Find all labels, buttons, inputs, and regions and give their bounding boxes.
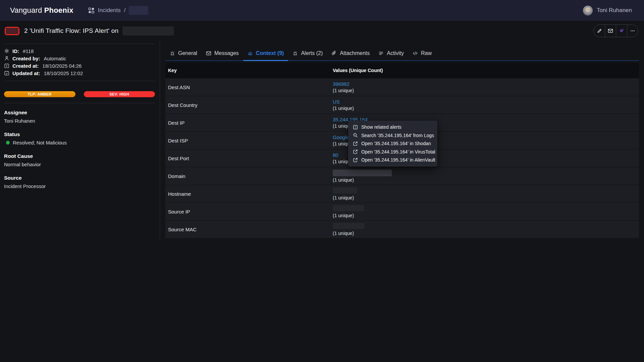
tab-label: Messages xyxy=(214,50,239,56)
external-link-icon xyxy=(353,149,358,154)
breadcrumb-current-redacted xyxy=(129,6,148,15)
root-cause-value: Normal behavior xyxy=(4,162,155,167)
status-label: Status xyxy=(4,131,155,137)
email-button[interactable] xyxy=(605,25,616,37)
menu-item-open-virustotal[interactable]: Open '35.244.195.164' in VirusTotal xyxy=(348,148,437,156)
row-key: Dest ISP xyxy=(165,132,333,149)
classification-badges: TLP: AMBER SEV: HIGH xyxy=(4,91,155,97)
tab-activity[interactable]: Activity xyxy=(374,48,408,60)
list-icon xyxy=(378,51,384,56)
table-row-domain: Domain (1 unique) xyxy=(165,167,639,185)
tab-label: Context (9) xyxy=(256,50,284,56)
calendar-plus-icon xyxy=(4,63,9,68)
unique-count: (1 unique) xyxy=(333,177,639,183)
table-row-dest-country: Dest Country US (1 unique) xyxy=(165,96,639,114)
row-key: Dest ASN xyxy=(165,78,333,96)
table-row-source-mac: Source MAC (1 unique) xyxy=(165,220,639,238)
edit-button[interactable] xyxy=(594,25,605,37)
value-link[interactable]: 396982 xyxy=(333,81,639,87)
user-menu[interactable]: Toni Ruhanen xyxy=(583,5,632,16)
meta-value: #118 xyxy=(23,48,34,54)
meta-label: ID: xyxy=(12,48,19,54)
row-key: Source MAC xyxy=(165,221,333,238)
meta-label: Created at: xyxy=(12,63,39,69)
breadcrumb-separator: / xyxy=(124,7,126,14)
row-key: Dest Country xyxy=(165,96,333,114)
assignee-label: Assignee xyxy=(4,110,155,116)
column-key: Key xyxy=(165,68,333,73)
tab-raw[interactable]: Raw xyxy=(408,48,436,60)
gear-icon xyxy=(4,48,9,54)
pencil-icon xyxy=(597,28,602,34)
sparkle-star-icon xyxy=(619,28,624,34)
meta-created-at: Created at: 18/10/2025 04:26 xyxy=(4,62,155,69)
incident-page: Vanguard Phoenix Incidents / Toni Ruhane… xyxy=(0,0,644,362)
brand-bold: Phoenix xyxy=(44,6,73,14)
table-header: Key Values (Unique Count) xyxy=(165,63,639,78)
meta-value: 18/10/2025 04:26 xyxy=(42,63,82,69)
incident-title: 2 'Unifi Traffic Flow: IPS Alert' on xyxy=(24,27,118,35)
tab-label: General xyxy=(178,50,197,56)
avatar[interactable] xyxy=(583,5,593,16)
tab-messages[interactable]: Messages xyxy=(202,48,243,60)
tab-general[interactable]: General xyxy=(165,48,202,60)
menu-item-open-shodan[interactable]: Open '35.244.195.164' in Shodan xyxy=(348,139,437,148)
meta-label: Updated at: xyxy=(12,70,40,76)
menu-item-label: Open '35.244.195.164' in VirusTotal xyxy=(361,149,435,155)
meta-id: ID: #118 xyxy=(4,47,155,55)
brand-regular: Vanguard xyxy=(10,6,42,14)
root-cause-label: Root Cause xyxy=(4,153,155,159)
source-label: Source xyxy=(4,175,155,181)
tlp-badge[interactable]: TLP: AMBER xyxy=(4,91,75,97)
siren-icon xyxy=(292,51,298,56)
breadcrumb-incidents[interactable]: Incidents xyxy=(98,7,121,14)
divider xyxy=(4,103,155,103)
menu-item-search-logs[interactable]: Search '35.244.195.164' from Logs xyxy=(348,131,437,140)
menu-item-label: Show related alerts xyxy=(361,124,401,130)
external-link-icon xyxy=(353,141,358,146)
fingerprint-icon xyxy=(248,51,253,56)
severity-chip xyxy=(5,27,19,35)
table-row-dest-asn: Dest ASN 396982 (1 unique) xyxy=(165,78,639,96)
row-key: Dest Port xyxy=(165,149,333,167)
assignee-value: Toni Ruhanen xyxy=(4,118,155,124)
app-logo[interactable]: Vanguard Phoenix xyxy=(10,6,73,15)
user-icon xyxy=(4,56,9,61)
envelope-icon xyxy=(608,28,613,34)
menu-item-label: Open '35.244.195.164' in Shodan xyxy=(361,141,431,146)
unique-count: (1 unique) xyxy=(333,87,639,94)
severity-badge[interactable]: SEV: HIGH xyxy=(84,91,155,97)
unique-count: (1 unique) xyxy=(333,105,639,112)
menu-item-show-related-alerts[interactable]: Show related alerts xyxy=(348,123,437,131)
siren-icon xyxy=(170,51,175,56)
breadcrumb: Incidents / xyxy=(88,6,149,15)
menu-item-open-alienvault[interactable]: Open '35.244.195.164' in AlienVault xyxy=(348,156,437,164)
ai-assist-button[interactable] xyxy=(616,25,627,37)
search-icon xyxy=(353,133,358,138)
tab-attachments[interactable]: Attachments xyxy=(327,48,374,60)
tab-alerts[interactable]: Alerts (2) xyxy=(288,48,327,60)
incident-header: 2 'Unifi Traffic Flow: IPS Alert' on xyxy=(0,21,644,41)
tab-bar: General Messages Context (9) xyxy=(165,48,639,61)
alert-square-icon xyxy=(353,125,358,130)
menu-item-label: Search '35.244.195.164' from Logs xyxy=(361,133,434,138)
meta-value: 18/10/2025 12:02 xyxy=(44,70,83,76)
table-row-hostname: Hostname (1 unique) xyxy=(165,185,639,202)
more-actions-button[interactable] xyxy=(627,25,638,37)
redacted-value xyxy=(333,187,357,193)
meta-value: Automatic xyxy=(44,56,66,61)
apps-grid-icon[interactable] xyxy=(88,7,95,14)
status-value: Resolved; Not Malicious xyxy=(13,140,67,145)
row-key: Source IP xyxy=(165,203,333,220)
value-link[interactable]: US xyxy=(333,99,639,105)
status-value-row: Resolved; Not Malicious xyxy=(6,140,155,145)
code-icon xyxy=(413,51,418,56)
divider xyxy=(4,44,155,44)
calendar-check-icon xyxy=(4,70,9,76)
meta-created-by: Created by: Automatic xyxy=(4,55,155,62)
incident-title-redacted xyxy=(122,26,174,36)
redacted-value xyxy=(333,170,392,176)
status-dot-icon xyxy=(6,141,10,144)
ip-context-menu: Show related alerts Search '35.244.195.1… xyxy=(348,121,437,167)
tab-context[interactable]: Context (9) xyxy=(243,48,288,60)
